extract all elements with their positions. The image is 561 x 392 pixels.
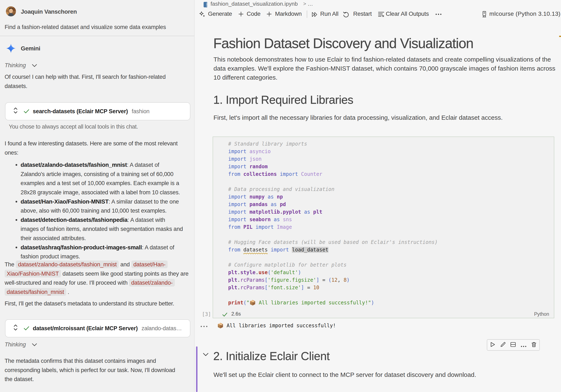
code-editor[interactable]: # Standard library imports import asynci… [228,140,438,307]
more-actions-icon[interactable] [435,13,442,15]
run-all-icon [312,11,318,17]
split-cell-icon[interactable] [510,341,516,349]
section-collapse-icon[interactable] [203,353,209,357]
generate-button[interactable]: Generate [208,10,232,18]
markdown-h1: Fashion Dataset Discovery and Visualizat… [213,34,473,52]
plus-icon [267,11,272,17]
tool-call-card[interactable]: search-datasets (Eclair MCP Server) fash… [5,102,190,120]
tool-param: fashion [132,108,154,115]
expand-icon[interactable] [13,107,18,115]
clear-outputs-icon [378,12,384,17]
user-prompt: Find a fashion-related dataset and visua… [5,23,194,31]
kernel-picker[interactable]: mlcourse (Python 3.10.13) [489,10,560,18]
breadcrumb[interactable]: fashion_dataset_visualization.ipynb [211,0,298,8]
breadcrumb-more[interactable]: ... [308,0,313,8]
inline-code-chip: Xiao/Fashion-MNIST [5,270,61,277]
inline-code-chip: dataset/Han- [131,261,168,268]
markdown-h2: 1. Import Required Libraries [213,92,353,107]
thinking-label: Thinking [5,62,26,68]
clear-all-outputs-button[interactable]: Clear All Outputs [386,10,429,18]
avatar [6,6,16,16]
tools-accept-note: You chose to always accept all local too… [9,122,138,131]
check-icon [23,107,29,115]
thinking-toggle[interactable]: Thinking [5,340,37,349]
assistant-label: Gemini [21,44,40,53]
restart-icon [343,11,349,17]
code-cell[interactable]: # Standard library imports import asynci… [213,137,554,318]
execution-count: [3] [202,310,211,318]
chat-username: Joaquin Vanschoren [21,8,77,16]
dataset-list-item: dataset/Han-Xiao/Fashion-MNIST: A simila… [0,197,194,215]
add-code-button[interactable]: Code [247,10,260,18]
add-markdown-button[interactable]: Markdown [275,10,302,18]
inline-code-chip: dataset/zalando- [129,279,175,286]
assistant-message: The dataset/zalando-datasets/fashion_mni… [5,260,196,297]
assistant-message: I found a few interesting datasets. Here… [5,139,194,157]
notebook-file-icon [203,2,208,7]
markdown-paragraph: We'll set up the Eclair client to connec… [214,370,561,379]
chat-divider [0,36,194,36]
expand-icon[interactable] [13,324,18,332]
gemini-icon [6,44,16,53]
chevron-down-icon [32,340,37,349]
assistant-message: First, I'll get the dataset's metadata t… [5,299,194,308]
tool-name: search-datasets (Eclair MCP Server) [33,108,128,115]
edit-cell-icon[interactable] [500,341,506,349]
plus-icon [238,11,244,17]
inline-code-chip: datasets/fashion_mnist [5,288,66,296]
tool-call-card[interactable]: dataset/mlcroissant (Eclair MCP Server) … [5,319,190,337]
kernel-icon [482,11,487,17]
run-cell-icon[interactable] [490,341,496,349]
output-collapse-icon[interactable] [200,326,208,327]
sparkle-icon [199,11,205,18]
thinking-label: Thinking [5,341,26,348]
chevron-down-icon [32,61,37,70]
tool-name: dataset/mlcroissant (Eclair MCP Server) [33,325,138,332]
dataset-list: dataset/zalando-datasets/fashion_mnist: … [0,160,194,261]
inline-code-chip: dataset/zalando-datasets/fashion_mnist [16,261,119,268]
focused-cell-bar [196,346,197,392]
cell-toolbar [487,339,540,351]
cell-language[interactable]: Python [534,310,549,318]
breadcrumb-separator: > [303,0,306,8]
thinking-toggle[interactable]: Thinking [5,61,37,70]
more-cell-actions-icon[interactable] [521,341,527,349]
cell-duration: 2.6s [231,310,241,318]
dataset-list-item: dataset/ashraq/fashion-product-images-sm… [0,243,194,261]
markdown-paragraph: This notebook demonstrates how to use Ec… [214,55,561,82]
dataset-list-item: dataset/detection-datasets/fashionpedia:… [0,215,194,243]
delete-cell-icon[interactable] [531,341,537,349]
toolbar-divider [307,11,307,18]
markdown-paragraph: First, let's import all the necessary li… [214,113,561,122]
restart-button[interactable]: Restart [353,10,372,18]
assistant-message: The metadata confirms that this dataset … [5,356,194,384]
overview-ruler-marker [559,36,561,37]
assistant-message: Of course! I can help with that. First, … [5,72,194,91]
run-all-button[interactable]: Run All [320,10,338,18]
tool-param: zalando-datas… [142,325,186,332]
cell-success-icon [222,312,227,317]
cell-output: 📦 All libraries imported successfully! [217,322,336,329]
markdown-h2: 2. Initialize Eclair Client [213,349,330,364]
check-icon [23,325,29,332]
dataset-list-item: dataset/zalando-datasets/fashion_mnist: … [0,160,194,197]
